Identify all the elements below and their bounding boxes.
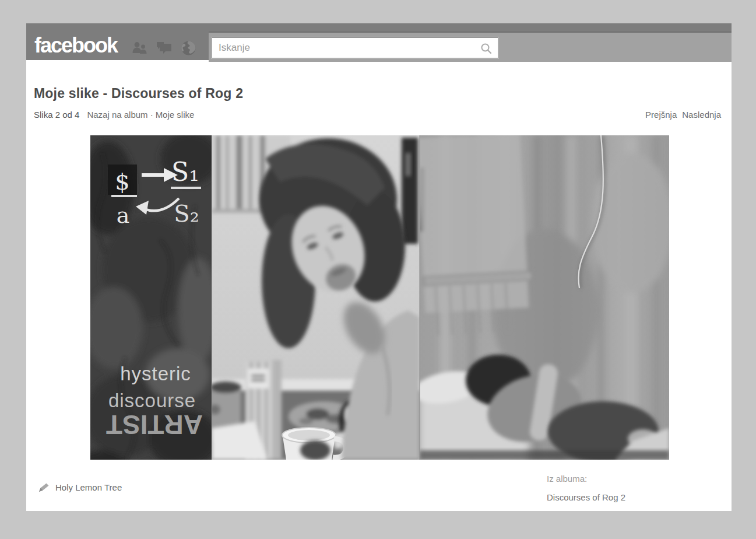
facebook-logo[interactable]: facebook	[34, 33, 117, 58]
from-album-link[interactable]: Discourses of Rog 2	[547, 488, 625, 507]
search-box	[212, 37, 498, 58]
previous-photo-link[interactable]: Prejšnja	[645, 110, 677, 120]
notifications-globe-icon[interactable]	[181, 40, 196, 56]
matheme-s2: S₂	[174, 200, 199, 227]
search-input[interactable]	[212, 38, 498, 58]
from-album-label: Iz albuma:	[547, 470, 625, 488]
artwork-word-artist-inverted: ARTIST	[106, 410, 203, 440]
facebook-header: facebook	[26, 23, 732, 60]
matheme-s1: S₁	[171, 157, 199, 187]
facebook-photo-page: facebook	[26, 23, 732, 511]
photo-position-label: Slika 2 od 4	[34, 110, 79, 120]
page-title: Moje slike - Discourses of Rog 2	[34, 86, 243, 102]
photo-collage: $ a S₁ S₂ hyste	[90, 135, 669, 460]
friend-requests-icon[interactable]	[132, 40, 147, 56]
photo-door	[416, 135, 535, 336]
photo-meta-line: Slika 2 od 4Nazaj na album·Moje slike	[34, 110, 194, 120]
my-photos-link[interactable]: Moje slike	[156, 110, 195, 120]
back-to-album-link[interactable]: Nazaj na album	[87, 110, 147, 120]
artwork-word-discourse: discourse	[108, 390, 196, 411]
artwork-word-hysteric: hysteric	[120, 363, 191, 384]
photo-panel-room	[411, 135, 669, 460]
search-panel	[209, 32, 732, 62]
photo-panel-selfportrait	[210, 135, 420, 460]
from-album-block: Iz albuma: Discourses of Rog 2	[547, 470, 625, 507]
search-icon[interactable]	[480, 43, 492, 54]
matheme-object-a: a	[117, 202, 130, 228]
artwork-text: hysteric discourse ARTIST	[106, 363, 203, 440]
messages-icon[interactable]	[156, 40, 172, 56]
matheme-barred-subject: $	[115, 168, 129, 195]
caption-row: Holy Lemon Tree	[38, 481, 122, 494]
photo-panel-artwork: $ a S₁ S₂ hyste	[90, 135, 219, 460]
edit-pencil-icon[interactable]	[38, 481, 50, 493]
header-icon-group	[132, 40, 196, 56]
photo-caption: Holy Lemon Tree	[55, 482, 122, 492]
next-photo-link[interactable]: Naslednja	[682, 110, 721, 120]
photo-viewer[interactable]: $ a S₁ S₂ hyste	[90, 135, 669, 460]
meta-separator: ·	[150, 110, 153, 120]
photo-navigation: PrejšnjaNaslednja	[645, 110, 721, 120]
